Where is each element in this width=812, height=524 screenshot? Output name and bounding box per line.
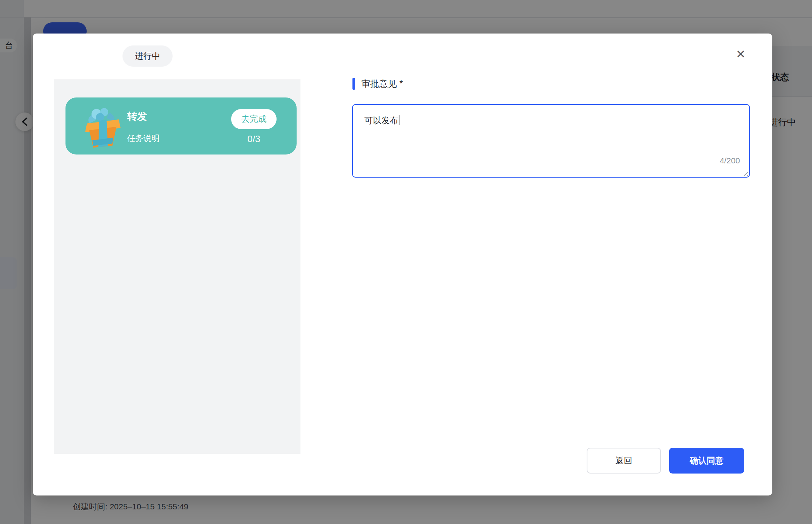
- go-complete-button[interactable]: 去完成: [231, 109, 277, 129]
- text-caret: [399, 115, 399, 125]
- required-mark: *: [399, 79, 403, 89]
- approval-comment-value: 可以发布: [364, 116, 398, 125]
- resize-grip-icon[interactable]: [743, 170, 748, 176]
- approval-comment-label-row: 审批意见 *: [352, 78, 403, 90]
- task-card-subtitle: 任务说明: [127, 133, 159, 144]
- char-counter: 4/200: [720, 156, 740, 165]
- approval-comment-label: 审批意见: [361, 78, 397, 90]
- back-button[interactable]: 返回: [587, 448, 661, 474]
- status-badge: 进行中: [122, 45, 173, 67]
- task-card-title: 转发: [127, 110, 147, 123]
- task-panel: 转发 任务说明 去完成 0/3 创建时间: 2025–10–15 15:55:4…: [54, 79, 300, 454]
- confirm-agree-button[interactable]: 确认同意: [669, 448, 744, 474]
- created-time: 创建时间: 2025–10–15 15:55:49: [73, 501, 188, 512]
- task-progress: 0/3: [231, 134, 277, 144]
- screen: 台 状态 进行中 作品审批 进行中 ✕: [0, 0, 812, 524]
- gift-icon: [80, 103, 126, 151]
- approval-modal: 作品审批 进行中 ✕ 转发 任务说明 去完成 0/: [33, 34, 772, 495]
- label-accent-bar: [352, 78, 355, 90]
- close-icon[interactable]: ✕: [731, 44, 750, 64]
- task-card[interactable]: 转发 任务说明 去完成 0/3: [65, 97, 297, 155]
- approval-comment-textarea[interactable]: 可以发布 4/200: [352, 104, 750, 178]
